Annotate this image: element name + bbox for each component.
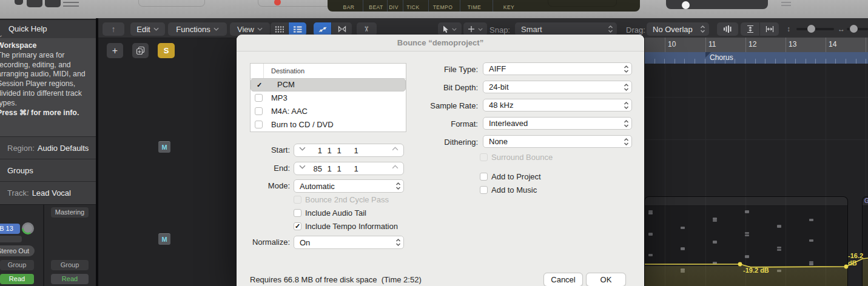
normalize-select[interactable]: On: [294, 236, 404, 249]
dithering-select[interactable]: None: [483, 135, 632, 148]
checkbox[interactable]: ✓: [480, 186, 488, 194]
midi-region-2[interactable]: G: [863, 197, 868, 286]
marquee-tool-button[interactable]: [332, 22, 352, 36]
sidebar-section-groups[interactable]: Groups: [0, 159, 98, 182]
window-icon[interactable]: [15, 0, 23, 5]
group-button[interactable]: Group: [51, 260, 89, 270]
stepper-icon: [624, 65, 629, 73]
lcd-beat-label: BEAT: [369, 4, 383, 10]
file-type-select[interactable]: AIFF: [483, 62, 632, 75]
ok-button[interactable]: OK: [586, 273, 626, 286]
bar-ruler[interactable]: 10 11 12 13 14 15: [645, 38, 868, 53]
destination-row-mp3[interactable]: ✓ MP3: [251, 91, 406, 105]
group-button[interactable]: Group: [0, 260, 34, 270]
format-select[interactable]: Interleaved: [483, 117, 632, 130]
automation-mode-button[interactable]: Read: [0, 274, 34, 284]
snap-select[interactable]: Smart: [515, 22, 617, 36]
end-div[interactable]: 1: [336, 164, 342, 173]
chevron-down-icon: [452, 28, 457, 31]
gain-slider[interactable]: [0, 236, 22, 242]
start-tick[interactable]: 1: [352, 146, 360, 155]
destination-row-pcm[interactable]: ✓ PCM: [251, 78, 406, 91]
checkbox[interactable]: ✓: [480, 153, 488, 161]
edit-menu[interactable]: Edit: [130, 22, 165, 36]
volume-knob[interactable]: [682, 1, 690, 9]
channel-setting-button[interactable]: B 13: [0, 224, 20, 234]
drag-label: Drag:: [626, 25, 645, 35]
waveform-zoom-button[interactable]: [717, 22, 738, 36]
destination-list[interactable]: Destination ✓ PCM ✓ MP3 ✓ M4A: AAC ✓ Bur…: [250, 63, 406, 132]
list-view-button[interactable]: [289, 22, 306, 36]
output-button[interactable]: Stereo Out: [0, 245, 35, 256]
list-editors-icon[interactable]: [781, 2, 791, 3]
back-button[interactable]: ↑: [103, 22, 124, 36]
chevron-up-icon[interactable]: [392, 165, 399, 169]
vertical-zoom-icon: [746, 25, 755, 33]
end-bar[interactable]: 85: [300, 164, 322, 173]
functions-menu[interactable]: Functions: [168, 22, 227, 36]
start-bar[interactable]: 1: [300, 146, 322, 155]
destination-row-m4a[interactable]: ✓ M4A: AAC: [251, 105, 406, 118]
pan-knob[interactable]: [22, 222, 34, 234]
horizontal-zoom-slider-knob[interactable]: [850, 25, 858, 33]
quick-help-title: Quick Help: [8, 20, 47, 38]
quick-help-panel: Workspace The primary area for recording…: [0, 38, 98, 136]
drag-select[interactable]: No Overlap: [647, 22, 709, 36]
split-tool-button[interactable]: ✂: [357, 22, 377, 36]
checkbox[interactable]: ✓: [255, 81, 263, 89]
library-icon[interactable]: [27, 0, 42, 7]
vertical-zoom-slider-knob[interactable]: [807, 25, 815, 33]
start-field[interactable]: 1 1 1 1: [294, 144, 404, 157]
toolbar-menu-icon[interactable]: [63, 2, 79, 3]
grid-view-button[interactable]: [271, 22, 288, 36]
destination-row-cd[interactable]: ✓ Burn to CD / DVD: [251, 118, 406, 131]
chevron-up-icon[interactable]: [392, 147, 399, 151]
toolbar-menu-icon[interactable]: [63, 5, 79, 7]
button-group: [548, 0, 617, 7]
add-track-button[interactable]: +: [107, 43, 123, 58]
end-beat[interactable]: 1: [326, 164, 332, 173]
destination-header: Destination: [251, 64, 406, 79]
start-div[interactable]: 1: [336, 146, 342, 155]
stepper-icon: [395, 182, 401, 190]
vertical-auto-zoom-button[interactable]: [741, 22, 759, 36]
marker-chorus[interactable]: Chorus: [710, 53, 733, 62]
automation-mode-button[interactable]: Read: [51, 274, 89, 284]
channel-strip-area: B 13 Stereo Out Group Read Mastering Gro…: [0, 204, 98, 286]
checkbox[interactable]: ✓: [294, 222, 301, 230]
master-volume-slider[interactable]: [666, 0, 768, 9]
end-tick[interactable]: 1: [352, 164, 360, 173]
automation-button[interactable]: [314, 22, 331, 36]
checkbox[interactable]: ✓: [255, 94, 263, 102]
end-field[interactable]: 85 1 1 1: [294, 162, 404, 175]
sample-rate-select[interactable]: 48 kHz: [483, 99, 632, 111]
mode-select[interactable]: Automatic: [294, 179, 404, 193]
duplicate-track-button[interactable]: [132, 43, 149, 58]
checkbox[interactable]: ✓: [255, 121, 263, 128]
view-menu[interactable]: View: [230, 22, 270, 36]
list-editors-icon[interactable]: [781, 5, 791, 6]
checkbox[interactable]: ✓: [255, 107, 263, 115]
sidebar-section-track[interactable]: Track:Lead Vocal: [0, 181, 98, 205]
solo-button[interactable]: S: [158, 43, 175, 58]
mute-badge[interactable]: M: [158, 233, 170, 245]
channel-name-button[interactable]: Mastering: [51, 207, 89, 218]
marker-track[interactable]: Chorus: [645, 52, 868, 64]
sample-rate-label: Sample Rate:: [405, 101, 478, 110]
cancel-button[interactable]: Cancel: [543, 273, 583, 286]
sidebar-section-region[interactable]: Region:Audio Defaults: [0, 136, 98, 159]
pointer-tool-menu[interactable]: [438, 22, 462, 36]
inspector-icon[interactable]: [45, 0, 61, 7]
bit-depth-select[interactable]: 24-bit: [483, 81, 632, 93]
vertical-zoom-slider[interactable]: [796, 28, 834, 30]
checkbox[interactable]: ✓: [294, 196, 301, 204]
checkbox[interactable]: ✓: [480, 173, 488, 181]
secondary-tool-menu[interactable]: [463, 22, 487, 36]
start-beat[interactable]: 1: [326, 146, 332, 155]
quick-help-header[interactable]: ⌄ Quick Help: [0, 20, 98, 39]
quick-help-topic: Workspace: [0, 41, 98, 51]
horizontal-auto-zoom-button[interactable]: [760, 22, 779, 36]
format-label: Format:: [405, 119, 478, 128]
mute-badge[interactable]: M: [158, 141, 170, 153]
checkbox[interactable]: ✓: [294, 209, 301, 217]
